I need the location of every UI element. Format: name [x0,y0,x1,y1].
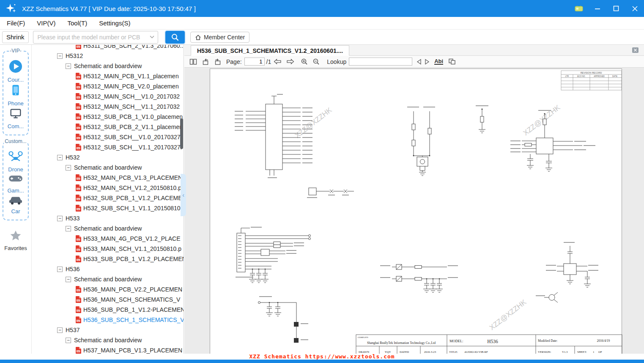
tree-row[interactable]: PDF H533_MAIN_SCH_V1.1_20150810.p [32,244,184,254]
next-page-icon[interactable] [286,58,294,65]
tree-row[interactable]: PDF H5312_SUB_SCH__V1.1_20170327. [32,142,184,152]
tree-row[interactable]: − Schematic and boardview [32,61,184,71]
tree-collapse-toggle-icon[interactable]: − [66,226,71,231]
tree-row[interactable]: PDF H536_SUB_SCH_1_SCHEMATICS_V [32,315,184,325]
tree-collapse-toggle-icon[interactable]: − [66,63,71,69]
model-search-box[interactable] [33,31,158,44]
svg-text:PDF: PDF [77,209,80,210]
sidebar-item-phone[interactable]: Phone [8,83,24,107]
svg-text:PDF: PDF [77,148,80,149]
tree-collapse-toggle-icon[interactable]: − [57,216,63,221]
find-next-icon[interactable] [425,59,430,65]
prev-page-icon[interactable] [274,58,282,65]
drone-icon [8,150,23,165]
tree-row[interactable]: − H5312 [32,51,184,61]
zoom-in-icon[interactable] [301,58,308,65]
two-page-view-icon[interactable] [189,58,197,65]
close-tab-icon[interactable] [632,47,639,53]
vip-group-label: -VIP- [9,48,22,54]
tree-row[interactable]: − H536 [32,264,184,274]
find-prev-icon[interactable] [417,59,422,65]
tree-row[interactable]: PDF H5312_SUB_PCB_2_V1.1_placemen [32,122,184,132]
tree-row[interactable]: PDF H533_MAIN_4G_PCB_V1.2_PLACE [32,234,184,244]
gamepad-icon [8,173,23,186]
tree-collapse-toggle-icon[interactable]: − [57,327,63,333]
page-number-input[interactable] [244,58,265,66]
tree-row[interactable]: PDF H532_SUB_PCB_1_V1.2_PLACEMEN [32,193,184,203]
tree-row[interactable]: PDF H536_MAIN_PCB_V2.2_PLACEMEN [32,284,184,294]
tree-collapse-toggle-icon[interactable]: − [66,338,71,343]
tree-collapse-toggle-icon[interactable]: − [57,267,63,272]
close-button[interactable] [630,4,639,13]
svg-text:DATE: DATE [612,75,617,77]
custom-group-box: Custom... Drone Gam... Car [3,141,29,220]
svg-text:PDF: PDF [77,77,80,78]
member-center-button[interactable]: Member Center [190,32,249,43]
tree-row-label: H5312_MAIN_SCH__V1.1_2017032 [83,103,180,110]
svg-text:ECO NO.: ECO NO. [577,75,585,77]
tree-collapse-toggle-icon[interactable]: − [57,155,63,160]
tree-row-label: H536_SUB_SCH_1_SCHEMATICS_V [83,316,184,323]
chevron-down-icon[interactable] [150,36,154,38]
tab-active-document[interactable]: H536_SUB_SCH_1_SCHEMATICS_V1.2_20160601.… [191,45,349,56]
tree-row[interactable]: PDF H532_MAIN_SCH_V1.2_20150810.p [32,183,184,193]
schematic-canvas[interactable]: XZZ@XZZHK XZZ@XZZHK XZZ@XZZHK [184,68,644,354]
sidebar-item-favorites[interactable]: Favorites [0,230,31,251]
tree-collapse-handle[interactable]: ‹ [181,174,186,216]
lookup-input[interactable] [349,58,412,66]
tree-row[interactable]: PDF H5312_SUB_PCB_1_V1.0_placemen [32,112,184,122]
tree-row[interactable]: − H532 [32,152,184,162]
text-select-abi-icon[interactable]: Abi [434,58,443,65]
menu-settings[interactable]: Settings(S) [99,19,130,27]
tree-row[interactable]: PDF H5312_SUB_SCH__V1.0_20170327. [32,132,184,142]
favorites-label: Favorites [4,245,27,251]
tree-row[interactable]: PDF H537_MAIN_PCB_V1.3_PLACEMEN [32,345,184,354]
tree-collapse-toggle-icon[interactable]: − [57,53,63,59]
svg-text:DATED: DATED [400,350,409,353]
sidebar-item-drone[interactable]: Drone [7,150,24,173]
vip-card-icon[interactable] [575,4,583,13]
tree-row[interactable]: PDF H536_MAIN_SCH_SCHEMATICS_V [32,294,184,305]
menu-vip[interactable]: VIP(V) [37,19,55,27]
menu-file[interactable]: File(F) [7,19,25,27]
tree-row[interactable]: PDF H532_MAIN_PCB_V1.3_PLACEMEN [32,173,184,183]
rotate-right-icon[interactable] [214,58,222,65]
tree-collapse-toggle-icon[interactable]: − [66,165,71,170]
maximize-button[interactable] [612,4,620,13]
tree-row[interactable]: PDF H5312_MAIN_SCH__V1.1_2017032 [32,102,184,112]
tree-row[interactable]: PDF H5312_MAIN_PCB_V2.0_placemen [32,81,184,91]
schematic-drawing: XZZ@XZZHK XZZ@XZZHK XZZ@XZZHK [210,69,622,354]
menu-tool[interactable]: Tool(T) [68,19,88,27]
sidebar-item-gam[interactable]: Gam... [7,173,24,194]
pdf-file-icon: PDF [75,103,81,110]
sidebar-item-cour[interactable]: Cour... [8,59,24,83]
tree-row[interactable]: PDF H536_SUB_PCB_1_V1.2-PLACEMEN [32,305,184,315]
sidebar-item-com[interactable]: Com... [8,107,24,129]
search-button[interactable] [165,31,185,44]
tree-row[interactable]: PDF H5312_MAIN_PCB_V1.1_placemen [32,71,184,81]
pdf-file-icon: PDF [75,134,81,140]
tree-row[interactable]: − Schematic and boardview [32,223,184,234]
minimize-button[interactable] [593,4,602,13]
tree-row[interactable]: − H537 [32,325,184,335]
tree-row[interactable]: − Schematic and boardview [32,162,184,173]
tree-row[interactable]: − Schematic and boardview [32,274,184,284]
tree-scrollbar-thumb[interactable] [180,118,183,149]
tree-row[interactable]: − Schematic and boardview [32,335,184,345]
tree-row[interactable]: PDF H533_SUB_PCB_1_V1.2_PLACEMEN [32,254,184,264]
tree-collapse-toggle-icon[interactable]: − [66,277,71,282]
app-logo-icon [5,3,17,14]
compare-windows-icon[interactable] [448,58,456,65]
tree-row[interactable]: − H533 [32,213,184,223]
tree-row[interactable]: PDF H5311_SUB_SCH_2_V1.3_2017060... [32,45,184,51]
model-search-input[interactable] [37,33,150,41]
svg-text:PDF: PDF [77,351,80,352]
zoom-out-icon[interactable] [312,58,320,65]
lookup-label: Lookup [327,58,346,65]
shrink-button[interactable]: Shrink [2,31,29,43]
pdf-file-icon: PDF [75,296,81,303]
tree-row[interactable]: PDF H5312_MAIN_SCH__V1.0_2017032 [32,91,184,102]
rotate-left-icon[interactable] [202,58,209,65]
tree-row[interactable]: PDF H532_SUB_SCH_1_V1.1_20150810. [32,203,184,213]
sidebar-item-car[interactable]: Car [7,194,24,214]
